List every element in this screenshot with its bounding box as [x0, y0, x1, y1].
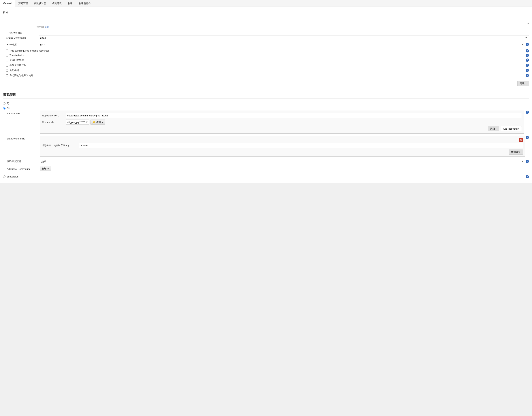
gitee-help-icon[interactable]: ? — [526, 43, 529, 46]
github-project-label: GitHub 项目 — [10, 31, 22, 34]
repositories-label: Repositories — [7, 111, 40, 115]
lockable-help-icon[interactable]: ? — [526, 49, 529, 52]
lockable-row: This build requires lockable resources ? — [3, 48, 529, 53]
concurrent-row: 在必要的时候并发构建 ? — [3, 73, 529, 78]
key-icon: 🔑 — [92, 121, 95, 123]
repositories-section: Repositories Repository URL Credentials … — [7, 111, 529, 134]
add-new-arrow-icon: ▼ — [47, 168, 49, 170]
concurrent-help-icon[interactable]: ? — [526, 74, 529, 77]
lockable-label: This build requires lockable resources — [10, 49, 49, 52]
repositories-help-icon[interactable]: ? — [526, 111, 529, 114]
dropdown-arrow-icon: ▼ — [102, 121, 103, 123]
repositories-box: Repository URL Credentials ntt_yangyq/**… — [40, 111, 524, 134]
credentials-row: Credentials ntt_yangyq/****** 🔑 添加 ▼ — [42, 120, 522, 125]
radio-none[interactable] — [3, 102, 6, 105]
plain-text-note: [纯文本] 预览 — [36, 26, 529, 29]
parameterized-label: 参数化构建过程 — [10, 64, 26, 67]
advanced-button[interactable]: 高级... — [517, 81, 529, 86]
tab-scm[interactable]: 源码管理 — [15, 0, 31, 7]
disable-checkbox[interactable] — [6, 69, 9, 72]
tab-triggers[interactable]: 构建触发器 — [31, 0, 49, 7]
lockable-checkbox[interactable] — [6, 49, 9, 52]
gitee-link-row: Gitee 链接 gitee ? — [6, 42, 529, 47]
lockable-checkbox-row: This build requires lockable resources — [3, 48, 49, 53]
browser-help-icon[interactable]: ? — [526, 160, 529, 163]
disable-label: 关闭构建 — [10, 69, 19, 72]
concurrent-checkbox-row: 在必要的时候并发构建 — [3, 73, 33, 78]
radio-none-row: 无 — [3, 101, 529, 106]
disable-row: 关闭构建 ? — [3, 68, 529, 73]
add-repository-button[interactable]: Add Repository — [501, 126, 522, 131]
branches-label: Branches to build — [7, 136, 40, 140]
additional-behaviours-section: Additional Behaviours 新增 ▼ — [7, 166, 529, 171]
parameterized-checkbox[interactable] — [6, 64, 9, 66]
radio-subversion-row: Subversion — [3, 174, 19, 179]
repo-advanced-button[interactable]: 高级... — [488, 126, 499, 131]
gitee-link-select[interactable]: gitee — [39, 42, 525, 47]
parameterized-help-icon[interactable]: ? — [526, 64, 529, 67]
add-label: 添加 — [96, 121, 101, 124]
repo-url-input[interactable] — [66, 113, 522, 118]
branch-spec-input[interactable] — [78, 143, 523, 148]
disable-checkbox-row: 关闭构建 — [3, 68, 19, 73]
branches-content-area: ✕ 指定分支（为空时代表any） 增加分支 ? — [40, 136, 529, 157]
add-new-label: 新增 — [42, 167, 47, 170]
tab-bar: General 源码管理 构建触发器 构建环境 构建 构建后操作 — [0, 0, 532, 7]
main-container: General 源码管理 构建触发器 构建环境 构建 构建后操作 描述 [纯文本… — [0, 0, 532, 183]
browser-row: 源码库浏览器 (自动) ? — [7, 159, 529, 164]
tab-env[interactable]: 构建环境 — [49, 0, 65, 7]
description-row: 描述 [纯文本] 预览 — [3, 10, 529, 29]
throttle-checkbox-row: Throttle builds — [3, 53, 25, 57]
tab-post[interactable]: 构建后操作 — [76, 0, 94, 7]
preview-link[interactable]: 预览 — [44, 26, 49, 28]
gitlab-connection-select[interactable]: gitlab — [39, 35, 529, 40]
discard-checkbox[interactable] — [6, 59, 9, 61]
tab-general[interactable]: General — [0, 0, 15, 7]
description-textarea[interactable] — [36, 10, 529, 24]
github-project-row: GitHub 项目 — [3, 30, 529, 35]
branches-section: Branches to build ✕ 指定分支（为空时代表any） 增加分支 … — [7, 136, 529, 157]
parameterized-row: 参数化构建过程 ? — [3, 63, 529, 68]
parameterized-checkbox-row: 参数化构建过程 — [3, 63, 26, 68]
plain-text-label: [纯文本] — [36, 26, 44, 28]
scm-title: 源码管理 — [3, 93, 529, 99]
branch-actions: 增加分支 — [42, 150, 523, 155]
browser-select[interactable]: (自动) — [40, 159, 525, 164]
tab-build[interactable]: 构建 — [65, 0, 76, 7]
radio-git-row: Git — [3, 106, 529, 111]
throttle-checkbox[interactable] — [6, 54, 9, 57]
throttle-row: Throttle builds ? — [3, 53, 529, 57]
concurrent-checkbox[interactable] — [6, 74, 9, 77]
subversion-row: Subversion ? — [3, 173, 529, 180]
discard-checkbox-row: 丢弃旧的构建 — [3, 57, 24, 63]
gitlab-connection-label: GitLab Connection — [6, 35, 39, 39]
credentials-select[interactable]: ntt_yangyq/****** — [66, 120, 89, 125]
disable-help-icon[interactable]: ? — [526, 69, 529, 72]
throttle-label: Throttle builds — [10, 54, 25, 57]
branch-header: ✕ — [42, 138, 523, 142]
repo-url-row: Repository URL — [42, 113, 522, 118]
add-branch-button[interactable]: 增加分支 — [509, 150, 523, 155]
gitlab-connection-row: GitLab Connection gitlab — [6, 35, 529, 40]
browser-label: 源码库浏览器 — [7, 160, 40, 163]
delete-branch-button[interactable]: ✕ — [519, 138, 523, 142]
throttle-help-icon[interactable]: ? — [526, 54, 529, 57]
add-new-button[interactable]: 新增 ▼ — [40, 166, 51, 171]
discard-help-icon[interactable]: ? — [526, 58, 529, 62]
branches-help-icon[interactable]: ? — [526, 136, 529, 139]
git-label: Git — [7, 107, 10, 110]
branch-spec-row: 指定分支（为空时代表any） — [42, 143, 523, 148]
description-label: 描述 — [3, 10, 36, 14]
repo-actions: 高级... Add Repository — [42, 126, 522, 131]
github-project-checkbox[interactable] — [6, 32, 9, 34]
radio-git[interactable] — [3, 107, 6, 110]
gitlab-connection-control: gitlab — [39, 35, 529, 40]
radio-subversion[interactable] — [3, 175, 6, 178]
general-section: 描述 [纯文本] 预览 GitHub 项目 GitLab Connection … — [0, 7, 532, 90]
subversion-label: Subversion — [7, 175, 19, 178]
gitee-link-label: Gitee 链接 — [6, 42, 39, 46]
add-credentials-button[interactable]: 🔑 添加 ▼ — [90, 120, 105, 125]
scm-section: 源码管理 无 Git Repositories Repository URL — [0, 90, 532, 183]
subversion-help-icon[interactable]: ? — [526, 175, 529, 178]
branch-spec-label: 指定分支（为空时代表any） — [42, 144, 78, 147]
